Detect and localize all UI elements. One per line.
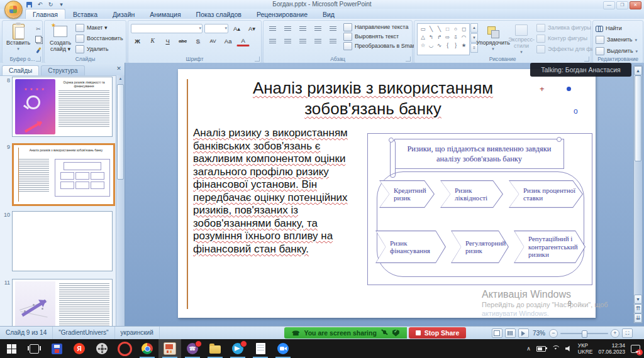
tab-animation[interactable]: Анимация: [142, 9, 188, 19]
align-center-button[interactable]: [281, 36, 294, 46]
align-left-button[interactable]: [266, 36, 279, 46]
numbering-button[interactable]: [281, 24, 294, 34]
delete-slide-button[interactable]: Удалить: [75, 45, 123, 53]
normal-view-button[interactable]: [492, 328, 502, 338]
replace-button[interactable]: Заменить▾: [596, 36, 638, 44]
chevron-regulatory-risk[interactable]: Регуляторний ризик: [451, 231, 509, 263]
start-button[interactable]: [0, 339, 23, 358]
chrome-icon[interactable]: [136, 339, 158, 358]
qat-customize-icon[interactable]: ▾: [57, 1, 65, 8]
panel-close-icon[interactable]: ✕: [115, 65, 123, 72]
minimize-button[interactable]: —: [603, 1, 615, 9]
line-spacing-button[interactable]: [326, 24, 340, 34]
save-icon[interactable]: [25, 1, 33, 8]
columns-button[interactable]: [326, 36, 340, 46]
viber-icon[interactable]: ☎: [181, 339, 204, 358]
clock[interactable]: 12:34 07.06.2023: [598, 342, 625, 355]
clipboard-dialog-launcher[interactable]: [36, 57, 41, 62]
grow-font-button[interactable]: А▴: [230, 23, 243, 33]
chevron-liquidity-risk[interactable]: Ризик ліквідності: [440, 180, 503, 208]
panel-tab-outline[interactable]: Структура: [41, 65, 84, 75]
new-slide-button[interactable]: Создать слайд ▾: [47, 22, 74, 55]
zoom-out-button[interactable]: −: [549, 329, 558, 338]
strikethrough-button[interactable]: abc: [176, 36, 189, 46]
stop-share-button[interactable]: Stop Share: [409, 327, 466, 339]
zoom-slider[interactable]: [560, 333, 608, 334]
tab-slideshow[interactable]: Показ слайдов: [189, 9, 249, 19]
slide-body-text[interactable]: Аналіз ризику з використанням банківськи…: [193, 127, 367, 256]
next-slide-icon[interactable]: ⇊: [634, 313, 642, 323]
tab-design[interactable]: Дизайн: [105, 9, 142, 19]
slideshow-button[interactable]: [518, 328, 529, 338]
cut-icon[interactable]: ✂: [33, 24, 43, 33]
paste-button[interactable]: Вставить ▾: [5, 22, 31, 55]
office-button[interactable]: [4, 1, 23, 19]
select-button[interactable]: Выделить▾: [596, 47, 638, 55]
chevron-credit-risk[interactable]: Кредитний ризик: [379, 180, 435, 208]
format-painter-icon[interactable]: [33, 45, 43, 55]
scroll-down-icon[interactable]: ▼: [634, 295, 642, 304]
drawing-dialog-launcher[interactable]: [584, 57, 589, 62]
tab-review[interactable]: Рецензирование: [249, 9, 315, 19]
layout-button[interactable]: Макет ▾: [75, 24, 123, 32]
security-shield-icon[interactable]: [392, 330, 399, 337]
media-player-icon[interactable]: [91, 339, 113, 358]
justify-button[interactable]: [311, 36, 325, 46]
font-name-combo[interactable]: [131, 24, 203, 33]
decrease-indent-button[interactable]: [296, 24, 309, 34]
undo-icon[interactable]: ↶: [36, 1, 44, 8]
align-text-button[interactable]: Выровнять текст: [343, 33, 423, 41]
underline-button[interactable]: Ч: [161, 36, 174, 46]
paragraph-dialog-launcher[interactable]: [406, 57, 411, 62]
notification-center-icon[interactable]: 1: [631, 345, 640, 353]
disk-app-icon[interactable]: [45, 339, 68, 358]
slide-canvas[interactable]: Аналіз ризиків з використанням зобов'яза…: [178, 69, 596, 318]
zoom-app-icon[interactable]: [272, 339, 294, 358]
language-switcher[interactable]: УКР UKRE: [578, 342, 593, 355]
character-spacing-button[interactable]: AV: [206, 36, 219, 46]
shapes-scroll-up-icon[interactable]: ▲: [470, 23, 478, 33]
copy-icon[interactable]: [33, 35, 43, 44]
slide-thumbnail-10[interactable]: 10: [1, 211, 113, 271]
task-view-button[interactable]: [23, 339, 45, 358]
bullets-button[interactable]: [266, 24, 279, 34]
quick-styles-button[interactable]: Экспресс-стили ▾: [508, 22, 535, 55]
tab-view[interactable]: Вид: [315, 9, 342, 19]
shrink-font-button[interactable]: А▾: [245, 23, 258, 33]
close-button[interactable]: ✕: [630, 1, 641, 9]
change-case-button[interactable]: Аа: [221, 36, 235, 46]
arrange-button[interactable]: Упорядочить ▾: [480, 22, 506, 55]
find-button[interactable]: Найти: [596, 24, 638, 33]
increase-indent-button[interactable]: [311, 24, 325, 34]
redo-icon[interactable]: ↻: [47, 1, 55, 8]
font-dialog-launcher[interactable]: [255, 57, 260, 62]
slide-title[interactable]: Аналіз ризиків з використанням зобов'яза…: [216, 78, 530, 119]
chevron-interest-rate-risk[interactable]: Ризик процентної ставки: [509, 180, 583, 208]
zoom-slider-thumb[interactable]: [582, 330, 587, 338]
yandex-browser-icon[interactable]: Я: [68, 339, 91, 358]
file-explorer-icon[interactable]: [204, 339, 226, 358]
reset-button[interactable]: Восстановить: [75, 35, 123, 43]
scrollbar-thumb[interactable]: [635, 75, 641, 161]
tray-expand-icon[interactable]: ∧: [526, 345, 531, 352]
battery-icon[interactable]: [536, 346, 546, 352]
mic-muted-icon[interactable]: [381, 330, 388, 337]
word-document-icon[interactable]: [249, 339, 272, 358]
risk-diagram[interactable]: Ризики, що піддаються виявленню завдяки …: [367, 133, 592, 285]
slide-sorter-button[interactable]: [505, 328, 516, 338]
slide-thumbnail-11[interactable]: 11: [1, 279, 113, 326]
italic-button[interactable]: К: [146, 36, 159, 46]
panel-tab-slides[interactable]: Слайды: [2, 65, 39, 75]
chevron-funding-risk[interactable]: Ризик фінансування: [375, 231, 446, 263]
convert-smartart-button[interactable]: Преобразовать в SmartArt: [343, 42, 423, 50]
zoom-in-button[interactable]: +: [611, 329, 619, 338]
scroll-up-icon[interactable]: ▲: [634, 66, 642, 75]
font-size-combo[interactable]: [204, 24, 228, 33]
wifi-icon[interactable]: [552, 345, 560, 352]
previous-slide-icon[interactable]: ⇈: [634, 304, 642, 313]
chevron-reputation-risk[interactable]: Репутаційний і контрагентський ризики: [514, 231, 586, 263]
text-shadow-button[interactable]: S: [191, 36, 204, 46]
maximize-button[interactable]: ❐: [616, 1, 628, 9]
panel-scrollbar[interactable]: ▲: [116, 75, 125, 326]
tab-home[interactable]: Главная: [25, 9, 65, 19]
